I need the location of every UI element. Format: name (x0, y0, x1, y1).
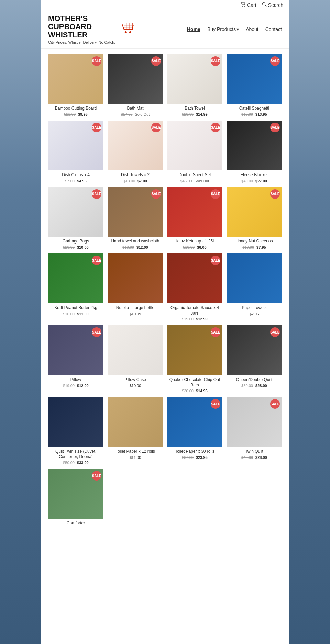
svg-point-9 (125, 31, 127, 33)
original-price: $18.00 (122, 245, 134, 249)
product-prices: $13.00 $7.00 (108, 179, 163, 183)
product-card-quaker-oat-bars[interactable]: SALE Quaker Chocolate Chip Oat Bars $30.… (167, 325, 222, 393)
nav-about[interactable]: About (246, 26, 258, 32)
original-price: $17.00 (121, 112, 133, 116)
original-price: $40.00 (241, 179, 253, 183)
product-card-quilt-twin[interactable]: Quilt Twin size (Duvet, Comforter, Doona… (48, 397, 103, 465)
product-card-catelli-spaghetti[interactable]: SALE Catelli Spaghetti $19.00 $13.95 (227, 54, 282, 116)
product-name: Hand towel and washcloth (108, 239, 163, 244)
product-card-toilet-paper-30[interactable]: SALE Toilet Paper x 30 rolls $37.00 $23.… (167, 397, 222, 465)
product-card-comforter-bottom[interactable]: SALE Comforter (48, 469, 103, 527)
product-card-double-sheet-set[interactable]: SALE Double Sheet Set $45.00 Sold Out (167, 121, 222, 183)
original-price: $40.00 (241, 455, 253, 460)
product-card-bath-mat[interactable]: SALE Bath Mat $17.00 Sold Out (108, 54, 163, 116)
cart-link[interactable]: Cart (240, 2, 256, 8)
product-image: SALE (167, 187, 222, 237)
product-name: Quaker Chocolate Chip Oat Bars (167, 377, 222, 388)
product-image: SALE (167, 54, 222, 104)
product-name: Fleece Blanket (227, 172, 282, 178)
nav-contact[interactable]: Contact (265, 26, 282, 32)
sale-price: $6.00 (197, 245, 207, 249)
product-image: SALE (48, 325, 103, 375)
product-card-organic-tomato-sauce[interactable]: SALE Organic Tomato Sauce x 4 Jars $19.0… (167, 253, 222, 321)
svg-point-1 (244, 6, 245, 7)
svg-rect-4 (124, 23, 133, 30)
product-name: Double Sheet Set (167, 172, 222, 178)
product-card-garbage-bags[interactable]: SALE Garbage Bags $20.00 $10.00 (48, 187, 103, 249)
sale-badge: SALE (92, 327, 101, 337)
original-price: $45.00 (180, 179, 192, 183)
sale-price: $14.99 (196, 112, 208, 116)
nav-buy-products[interactable]: Buy Products ▾ (207, 26, 239, 32)
product-card-queen-double-quilt[interactable]: SALE Queen/Double Quilt $50.00 $28.00 (227, 325, 282, 393)
sale-price: $11.00 (77, 312, 89, 316)
original-price: $19.00 (182, 317, 194, 321)
product-image (48, 397, 103, 447)
product-name: Kraft Peanut Butter 2kg (48, 305, 103, 311)
product-card-toilet-paper-12[interactable]: Toilet Paper x 12 rolls $11.00 (108, 397, 163, 465)
regular-price: $2.95 (250, 312, 259, 316)
product-placeholder (108, 253, 163, 303)
product-card-pillow[interactable]: SALE Pillow $19.00 $12.00 (48, 325, 103, 393)
svg-line-3 (265, 5, 266, 7)
original-price: $19.00 (242, 245, 254, 249)
product-card-fleece-blanket[interactable]: SALE Fleece Blanket $40.00 $27.00 (227, 121, 282, 183)
product-card-heinz-ketchup[interactable]: SALE Heinz Ketchup - 1.25L $10.00 $6.00 (167, 187, 222, 249)
regular-price: $10.00 (130, 384, 141, 388)
product-card-nutella[interactable]: Nutella - Large bottle $10.99 (108, 253, 163, 321)
product-prices: $10.00 $6.00 (167, 245, 222, 249)
product-card-bamboo-cutting-board[interactable]: SALE Bamboo Cutting Board $21.00 $9.95 (48, 54, 103, 116)
sold-out-label: Sold Out (135, 112, 150, 116)
original-price: $30.00 (182, 389, 194, 393)
product-card-twin-quilt[interactable]: SALE Twin Quilt $40.00 $28.00 (227, 397, 282, 465)
product-image: SALE (227, 121, 282, 170)
original-price: $23.00 (182, 112, 194, 116)
sale-price: $23.95 (196, 455, 208, 460)
sale-price: $33.00 (77, 461, 89, 465)
logo-area: MOTHER'S CUPBOARD WHISTLER City Prices. … (48, 14, 134, 44)
product-prices: $10.99 (108, 312, 163, 316)
sale-price: $14.95 (196, 389, 208, 393)
product-image (108, 253, 163, 303)
product-placeholder (108, 397, 163, 447)
original-price: $19.00 (241, 112, 253, 116)
sale-badge: SALE (92, 256, 101, 265)
product-prices: $11.00 (108, 455, 163, 460)
product-card-dish-cloths[interactable]: SALE Dish Cloths x 4 $7.00 $4.95 (48, 121, 103, 183)
product-name: Twin Quilt (227, 449, 282, 454)
product-image: SALE (227, 325, 282, 375)
product-name: Bath Towel (167, 106, 222, 111)
svg-point-2 (262, 3, 265, 5)
products-section: SALE Bamboo Cutting Board $21.00 $9.95 S… (41, 49, 289, 533)
product-name: Paper Towels (227, 305, 282, 311)
cart-icon (240, 2, 246, 8)
product-image: SALE (167, 397, 222, 447)
product-prices: $19.00 $12.99 (167, 317, 222, 321)
svg-point-0 (242, 6, 243, 7)
product-name: Bath Mat (108, 106, 163, 111)
product-name: Bamboo Cutting Board (48, 106, 103, 111)
product-placeholder (108, 325, 163, 375)
logo-name: MOTHER'S CUPBOARD WHISTLER (48, 14, 115, 39)
product-card-hand-towel-washcloth[interactable]: SALE Hand towel and washcloth $18.00 $12… (108, 187, 163, 249)
product-prices: $40.00 $28.00 (227, 455, 282, 460)
product-image (227, 253, 282, 303)
product-prices: $17.00 Sold Out (108, 112, 163, 116)
original-price: $19.00 (63, 384, 75, 388)
original-price: $50.00 (241, 384, 253, 388)
product-prices: $19.00 $12.00 (48, 384, 103, 388)
nav-home[interactable]: Home (187, 26, 200, 32)
product-prices: $10.00 (108, 384, 163, 388)
product-prices: $19.00 $7.95 (227, 245, 282, 249)
logo-cart-graphic (118, 21, 134, 37)
product-prices: $16.00 $11.00 (48, 312, 103, 316)
product-card-kraft-peanut-butter[interactable]: SALE Kraft Peanut Butter 2kg $16.00 $11.… (48, 253, 103, 321)
sale-price: $4.95 (77, 179, 87, 183)
product-card-bath-towel[interactable]: SALE Bath Towel $23.00 $14.99 (167, 54, 222, 116)
product-card-pillow-case[interactable]: Pillow Case $10.00 (108, 325, 163, 393)
product-card-dish-towels[interactable]: SALE Dish Towels x 2 $13.00 $7.00 (108, 121, 163, 183)
product-card-paper-towels[interactable]: Paper Towels $2.95 (227, 253, 282, 321)
product-card-honey-nut-cheerios[interactable]: SALE Honey Nut Cheerios $19.00 $7.95 (227, 187, 282, 249)
search-link[interactable]: Search (262, 2, 283, 8)
original-price: $13.00 (123, 179, 135, 183)
